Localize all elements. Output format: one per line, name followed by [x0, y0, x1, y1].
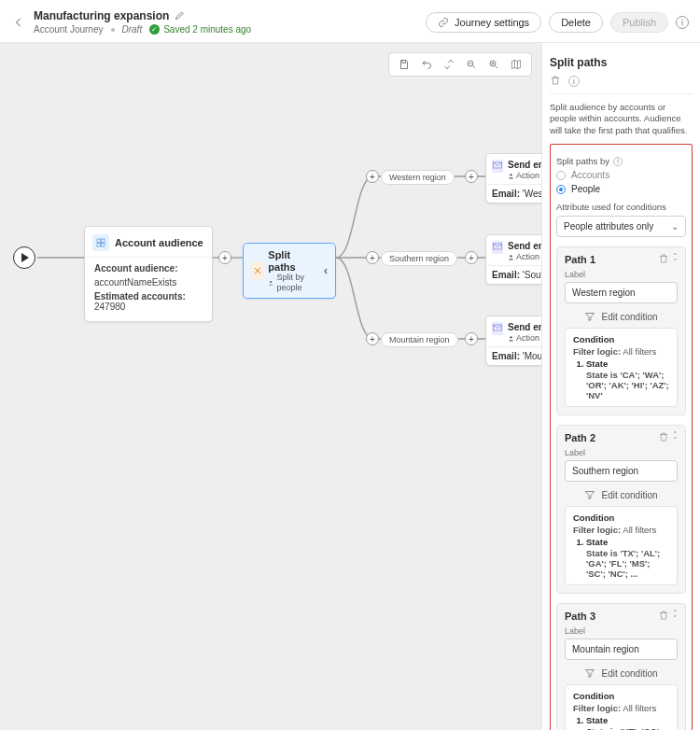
status-badge: Draft [122, 24, 143, 35]
add-node-button[interactable]: + [366, 332, 379, 345]
publish-label: Publish [623, 17, 656, 28]
info-icon[interactable]: i [676, 16, 689, 29]
info-icon[interactable]: i [568, 76, 580, 87]
reorder-path[interactable]: ˄˅ [673, 611, 678, 623]
path-label-input[interactable]: Western region [565, 282, 678, 303]
svg-rect-2 [97, 239, 101, 243]
journey-settings-button[interactable]: Journey settings [426, 12, 541, 33]
chevron-down-icon: ˅ [673, 260, 678, 265]
delete-path-icon[interactable] [658, 253, 669, 266]
path-chip-western[interactable]: Western region [381, 170, 455, 185]
radio-icon [556, 185, 566, 194]
filter-logic-key: Filter logic: [573, 346, 621, 357]
state-line: State is 'TX'; 'AL'; 'GA'; 'FL'; 'MS'; '… [586, 548, 660, 579]
person-icon [508, 254, 514, 260]
edit-title-icon[interactable] [175, 9, 186, 22]
path-label-value: Southern region [572, 466, 638, 476]
add-node-button[interactable]: + [465, 332, 478, 345]
svg-rect-5 [102, 244, 105, 247]
path-chip-southern[interactable]: Southern region [381, 251, 457, 266]
edit-condition-button[interactable]: Edit condition [565, 311, 678, 322]
label-field-label: Label [565, 448, 678, 457]
person-icon [508, 335, 514, 342]
path-chip-mountain[interactable]: Mountain region [381, 332, 458, 347]
radio-accounts[interactable]: Accounts [556, 170, 686, 180]
radio-icon [556, 171, 566, 180]
dot-separator [111, 28, 115, 32]
add-node-button[interactable]: + [465, 170, 478, 183]
filter-logic-val: All filters [623, 703, 656, 713]
filter-icon [584, 311, 595, 322]
radio-people-label: People [571, 184, 600, 194]
audience-val1: accountNameExists [94, 277, 176, 288]
add-node-button[interactable]: + [366, 251, 379, 264]
path-label-input[interactable]: Southern region [565, 460, 678, 482]
top-actions: Journey settings Delete Publish i [426, 12, 689, 33]
email-icon [492, 160, 503, 173]
reorder-path[interactable]: ˄˅ [673, 432, 678, 444]
add-node-button[interactable]: + [218, 251, 231, 264]
info-icon[interactable]: i [613, 157, 623, 166]
path-label-input[interactable]: Mountain region [565, 639, 678, 660]
delete-node-icon[interactable] [550, 75, 561, 88]
path-card-3: Path 3 ˄˅ Label Mountain region Edit con… [556, 603, 686, 730]
condition-summary: Condition Filter logic: All filters Stat… [565, 328, 678, 407]
filter-logic-key: Filter logic: [573, 525, 621, 535]
edit-condition-button[interactable]: Edit condition [565, 489, 678, 500]
audience-key1: Account audience: [94, 263, 177, 274]
filter-logic-val: All filters [623, 525, 656, 535]
split-title: Split paths [268, 249, 320, 273]
radio-people[interactable]: People [556, 184, 686, 194]
svg-point-8 [510, 174, 511, 175]
email-body-key: Email: [492, 351, 520, 361]
person-icon [508, 173, 514, 179]
split-config-section: Split paths by i Accounts People Attribu… [550, 144, 693, 730]
path-name: Path 2 [565, 432, 595, 443]
path-card-2: Path 2 ˄˅ Label Southern region Edit con… [556, 425, 686, 594]
add-node-button[interactable]: + [465, 251, 478, 264]
person-icon [268, 279, 273, 287]
condition-key: State [586, 358, 669, 369]
path-name: Path 3 [565, 611, 595, 622]
filter-logic-val: All filters [623, 346, 656, 357]
chevron-down-icon: ˅ [673, 616, 678, 622]
saved-text: Saved 2 minutes ago [163, 24, 251, 35]
check-icon: ✓ [149, 24, 160, 35]
delete-path-icon[interactable] [658, 431, 669, 444]
properties-panel: Split paths i Split audience by accounts… [541, 43, 700, 730]
publish-button: Publish [610, 12, 668, 33]
label-field-label: Label [565, 270, 678, 279]
condition-title: Condition [573, 691, 669, 701]
audience-icon [92, 234, 109, 251]
reorder-path[interactable]: ˄˅ [673, 254, 678, 266]
node-split-paths[interactable]: Split paths Split by people ‹ [243, 243, 336, 299]
condition-summary: Condition Filter logic: All filters Stat… [565, 684, 678, 730]
filter-icon [584, 667, 595, 679]
delete-button[interactable]: Delete [549, 12, 603, 33]
add-node-button[interactable]: + [366, 170, 379, 183]
audience-val2: 247980 [94, 302, 125, 312]
edit-condition-button[interactable]: Edit condition [565, 667, 678, 679]
audience-key2: Estimated accounts: [94, 291, 186, 302]
chevron-down-icon: ⌄ [671, 221, 679, 232]
workspace: Account audience Account audience: accou… [0, 43, 700, 730]
delete-path-icon[interactable] [658, 610, 669, 623]
chevron-left-icon: ‹ [324, 264, 328, 277]
journey-canvas[interactable]: Account audience Account audience: accou… [0, 43, 541, 730]
edit-condition-label: Edit condition [601, 490, 657, 500]
email-icon [492, 322, 503, 335]
radio-accounts-label: Accounts [571, 170, 609, 180]
page-title: Manufacturing expansion [34, 9, 169, 22]
top-bar: Manufacturing expansion Account Journey … [0, 0, 700, 43]
title-block: Manufacturing expansion Account Journey … [34, 9, 251, 35]
attribute-select[interactable]: People attributes only ⌄ [556, 216, 686, 237]
email-body-key: Email: [492, 189, 520, 199]
filter-logic-key: Filter logic: [573, 703, 621, 713]
journey-start-button[interactable] [13, 246, 35, 269]
panel-description: Split audience by accounts or people wit… [550, 93, 693, 136]
attribute-value: People attributes only [564, 221, 653, 232]
edit-condition-label: Edit condition [601, 668, 657, 679]
node-account-audience[interactable]: Account audience Account audience: accou… [84, 226, 213, 322]
audience-title: Account audience [115, 237, 203, 248]
back-icon[interactable] [11, 15, 26, 30]
